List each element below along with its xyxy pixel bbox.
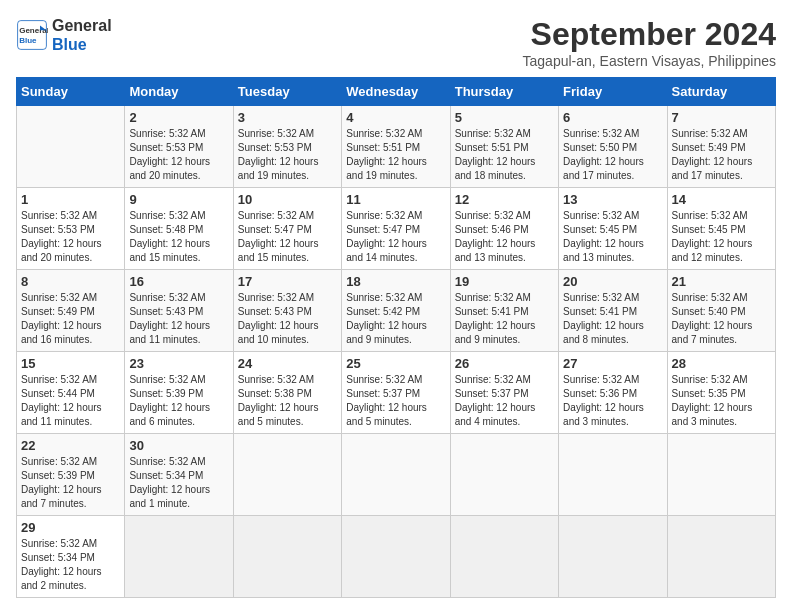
logo-text-general: General xyxy=(52,16,112,35)
day-number: 13 xyxy=(563,192,662,207)
day-info: Sunrise: 5:32 AMSunset: 5:39 PMDaylight:… xyxy=(21,455,120,511)
svg-text:General: General xyxy=(19,27,48,36)
calendar-cell xyxy=(667,516,775,598)
calendar-cell xyxy=(342,434,450,516)
col-saturday: Saturday xyxy=(667,78,775,106)
day-info: Sunrise: 5:32 AMSunset: 5:37 PMDaylight:… xyxy=(455,373,554,429)
calendar-cell: 27Sunrise: 5:32 AMSunset: 5:36 PMDayligh… xyxy=(559,352,667,434)
calendar-cell: 5Sunrise: 5:32 AMSunset: 5:51 PMDaylight… xyxy=(450,106,558,188)
day-number: 2 xyxy=(129,110,228,125)
day-number: 28 xyxy=(672,356,771,371)
calendar-cell xyxy=(667,434,775,516)
calendar-week-row: 22Sunrise: 5:32 AMSunset: 5:39 PMDayligh… xyxy=(17,434,776,516)
calendar-cell: 14Sunrise: 5:32 AMSunset: 5:45 PMDayligh… xyxy=(667,188,775,270)
day-number: 16 xyxy=(129,274,228,289)
day-info: Sunrise: 5:32 AMSunset: 5:34 PMDaylight:… xyxy=(21,537,120,593)
calendar-cell: 19Sunrise: 5:32 AMSunset: 5:41 PMDayligh… xyxy=(450,270,558,352)
header: General Blue General Blue September 2024… xyxy=(16,16,776,69)
calendar-cell: 11Sunrise: 5:32 AMSunset: 5:47 PMDayligh… xyxy=(342,188,450,270)
day-info: Sunrise: 5:32 AMSunset: 5:53 PMDaylight:… xyxy=(238,127,337,183)
day-number: 25 xyxy=(346,356,445,371)
day-info: Sunrise: 5:32 AMSunset: 5:45 PMDaylight:… xyxy=(563,209,662,265)
calendar-cell: 16Sunrise: 5:32 AMSunset: 5:43 PMDayligh… xyxy=(125,270,233,352)
calendar-cell: 21Sunrise: 5:32 AMSunset: 5:40 PMDayligh… xyxy=(667,270,775,352)
day-info: Sunrise: 5:32 AMSunset: 5:45 PMDaylight:… xyxy=(672,209,771,265)
col-tuesday: Tuesday xyxy=(233,78,341,106)
day-number: 5 xyxy=(455,110,554,125)
col-monday: Monday xyxy=(125,78,233,106)
day-number: 12 xyxy=(455,192,554,207)
calendar-cell: 18Sunrise: 5:32 AMSunset: 5:42 PMDayligh… xyxy=(342,270,450,352)
logo-text-blue: Blue xyxy=(52,35,112,54)
month-title: September 2024 xyxy=(523,16,776,53)
calendar-cell xyxy=(125,516,233,598)
logo-icon: General Blue xyxy=(16,19,48,51)
day-number: 26 xyxy=(455,356,554,371)
calendar-cell xyxy=(233,434,341,516)
calendar-cell: 2Sunrise: 5:32 AMSunset: 5:53 PMDaylight… xyxy=(125,106,233,188)
day-number: 9 xyxy=(129,192,228,207)
day-info: Sunrise: 5:32 AMSunset: 5:36 PMDaylight:… xyxy=(563,373,662,429)
day-number: 4 xyxy=(346,110,445,125)
day-number: 18 xyxy=(346,274,445,289)
logo: General Blue General Blue xyxy=(16,16,112,54)
calendar-cell: 3Sunrise: 5:32 AMSunset: 5:53 PMDaylight… xyxy=(233,106,341,188)
location-subtitle: Tagapul-an, Eastern Visayas, Philippines xyxy=(523,53,776,69)
calendar-cell: 29Sunrise: 5:32 AMSunset: 5:34 PMDayligh… xyxy=(17,516,125,598)
calendar-cell xyxy=(17,106,125,188)
day-info: Sunrise: 5:32 AMSunset: 5:40 PMDaylight:… xyxy=(672,291,771,347)
day-info: Sunrise: 5:32 AMSunset: 5:37 PMDaylight:… xyxy=(346,373,445,429)
calendar-cell xyxy=(450,434,558,516)
day-info: Sunrise: 5:32 AMSunset: 5:47 PMDaylight:… xyxy=(238,209,337,265)
day-number: 14 xyxy=(672,192,771,207)
day-info: Sunrise: 5:32 AMSunset: 5:46 PMDaylight:… xyxy=(455,209,554,265)
day-info: Sunrise: 5:32 AMSunset: 5:51 PMDaylight:… xyxy=(346,127,445,183)
day-number: 29 xyxy=(21,520,120,535)
calendar-cell xyxy=(559,516,667,598)
day-number: 7 xyxy=(672,110,771,125)
calendar-cell xyxy=(342,516,450,598)
day-number: 27 xyxy=(563,356,662,371)
calendar-cell: 23Sunrise: 5:32 AMSunset: 5:39 PMDayligh… xyxy=(125,352,233,434)
day-info: Sunrise: 5:32 AMSunset: 5:39 PMDaylight:… xyxy=(129,373,228,429)
calendar-cell: 13Sunrise: 5:32 AMSunset: 5:45 PMDayligh… xyxy=(559,188,667,270)
day-info: Sunrise: 5:32 AMSunset: 5:51 PMDaylight:… xyxy=(455,127,554,183)
calendar-cell: 28Sunrise: 5:32 AMSunset: 5:35 PMDayligh… xyxy=(667,352,775,434)
day-info: Sunrise: 5:32 AMSunset: 5:43 PMDaylight:… xyxy=(129,291,228,347)
calendar-cell: 22Sunrise: 5:32 AMSunset: 5:39 PMDayligh… xyxy=(17,434,125,516)
calendar-cell: 17Sunrise: 5:32 AMSunset: 5:43 PMDayligh… xyxy=(233,270,341,352)
calendar-week-row: 15Sunrise: 5:32 AMSunset: 5:44 PMDayligh… xyxy=(17,352,776,434)
calendar-week-row: 8Sunrise: 5:32 AMSunset: 5:49 PMDaylight… xyxy=(17,270,776,352)
day-number: 24 xyxy=(238,356,337,371)
col-friday: Friday xyxy=(559,78,667,106)
day-info: Sunrise: 5:32 AMSunset: 5:47 PMDaylight:… xyxy=(346,209,445,265)
calendar-cell: 9Sunrise: 5:32 AMSunset: 5:48 PMDaylight… xyxy=(125,188,233,270)
calendar-cell xyxy=(450,516,558,598)
day-info: Sunrise: 5:32 AMSunset: 5:53 PMDaylight:… xyxy=(21,209,120,265)
calendar-cell: 8Sunrise: 5:32 AMSunset: 5:49 PMDaylight… xyxy=(17,270,125,352)
calendar-cell: 1Sunrise: 5:32 AMSunset: 5:53 PMDaylight… xyxy=(17,188,125,270)
calendar-cell: 6Sunrise: 5:32 AMSunset: 5:50 PMDaylight… xyxy=(559,106,667,188)
day-number: 11 xyxy=(346,192,445,207)
day-info: Sunrise: 5:32 AMSunset: 5:41 PMDaylight:… xyxy=(455,291,554,347)
svg-text:Blue: Blue xyxy=(19,36,37,45)
col-thursday: Thursday xyxy=(450,78,558,106)
day-number: 10 xyxy=(238,192,337,207)
day-info: Sunrise: 5:32 AMSunset: 5:48 PMDaylight:… xyxy=(129,209,228,265)
calendar-table: Sunday Monday Tuesday Wednesday Thursday… xyxy=(16,77,776,598)
day-number: 20 xyxy=(563,274,662,289)
calendar-cell: 30Sunrise: 5:32 AMSunset: 5:34 PMDayligh… xyxy=(125,434,233,516)
calendar-header-row: Sunday Monday Tuesday Wednesday Thursday… xyxy=(17,78,776,106)
title-area: September 2024 Tagapul-an, Eastern Visay… xyxy=(523,16,776,69)
day-info: Sunrise: 5:32 AMSunset: 5:35 PMDaylight:… xyxy=(672,373,771,429)
day-number: 22 xyxy=(21,438,120,453)
day-info: Sunrise: 5:32 AMSunset: 5:53 PMDaylight:… xyxy=(129,127,228,183)
day-info: Sunrise: 5:32 AMSunset: 5:49 PMDaylight:… xyxy=(21,291,120,347)
day-number: 19 xyxy=(455,274,554,289)
calendar-week-row: 1Sunrise: 5:32 AMSunset: 5:53 PMDaylight… xyxy=(17,188,776,270)
calendar-cell: 15Sunrise: 5:32 AMSunset: 5:44 PMDayligh… xyxy=(17,352,125,434)
day-number: 17 xyxy=(238,274,337,289)
col-wednesday: Wednesday xyxy=(342,78,450,106)
calendar-cell: 26Sunrise: 5:32 AMSunset: 5:37 PMDayligh… xyxy=(450,352,558,434)
day-info: Sunrise: 5:32 AMSunset: 5:34 PMDaylight:… xyxy=(129,455,228,511)
